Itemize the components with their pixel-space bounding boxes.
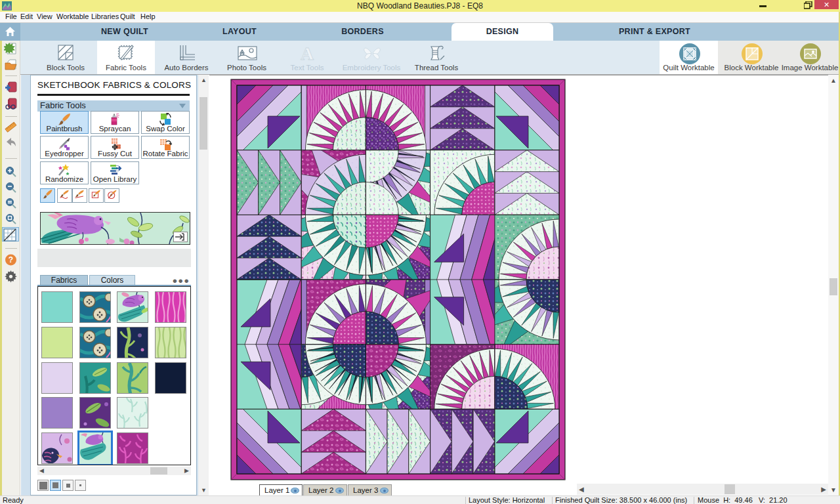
svg-text:A: A [301, 43, 314, 64]
svg-text:?: ? [9, 255, 13, 264]
